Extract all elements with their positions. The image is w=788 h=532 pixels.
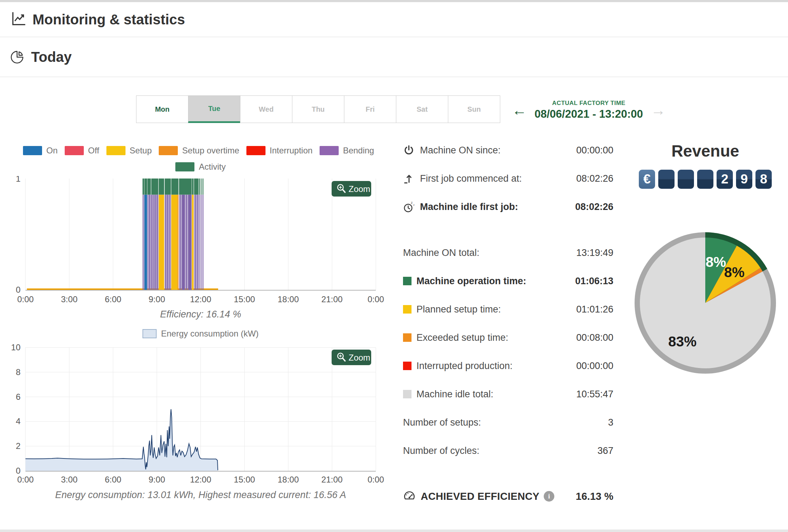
stat-value: 367 bbox=[597, 445, 613, 456]
stat-row-machine-idle-total: Machine idle total:10:55:47 bbox=[403, 387, 613, 402]
stat-row-machine-operation-time: Machine operation time:01:06:13 bbox=[403, 274, 613, 288]
svg-text:1: 1 bbox=[16, 176, 21, 183]
legend-off-chip bbox=[65, 146, 84, 155]
svg-text:0:00: 0:00 bbox=[368, 294, 384, 304]
factory-time-value: 08/06/2021 - 13:20:00 bbox=[535, 108, 643, 121]
stat-label: Machine ON since: bbox=[420, 145, 501, 156]
svg-text:Efficiency: 16.14 %: Efficiency: 16.14 % bbox=[160, 309, 241, 320]
svg-text:6: 6 bbox=[16, 392, 21, 402]
day-tabs: MonTueWedThuFriSatSun bbox=[136, 95, 500, 123]
next-day-arrow[interactable]: → bbox=[651, 103, 666, 118]
energy-area bbox=[25, 409, 218, 471]
svg-text:6:00: 6:00 bbox=[105, 475, 121, 484]
svg-text:21:00: 21:00 bbox=[321, 294, 343, 304]
stat-row-interrupted-production: Interrupted production:00:00:00 bbox=[403, 358, 613, 373]
page-title: Monitoring & statistics bbox=[33, 12, 185, 28]
monitoring-dashboard: Monitoring & statistics Today MonTueWedT… bbox=[0, 0, 788, 532]
legend-off: Off bbox=[65, 146, 99, 156]
svg-text:3:00: 3:00 bbox=[61, 475, 78, 484]
svg-text:0:00: 0:00 bbox=[17, 475, 34, 484]
stat-label: Number of setups: bbox=[403, 417, 481, 428]
stat-color-chip bbox=[403, 277, 411, 285]
stat-row-machine-on-since: Machine ON since:00:00:00 bbox=[403, 143, 613, 158]
svg-text:8%: 8% bbox=[706, 254, 726, 270]
stat-label: Planned setup time: bbox=[416, 304, 501, 315]
svg-text:0:00: 0:00 bbox=[368, 475, 384, 484]
stat-row-machine-on-total: Machine ON total:13:19:49 bbox=[403, 245, 613, 260]
revenue-title: Revenue bbox=[631, 141, 780, 160]
svg-text:Energy consumption: 13.01 kWh,: Energy consumption: 13.01 kWh, Highest m… bbox=[55, 490, 346, 500]
legend-setup-label: Setup bbox=[130, 146, 152, 156]
tab-tue[interactable]: Tue bbox=[188, 95, 240, 123]
stat-color-chip bbox=[403, 305, 411, 314]
revenue-odometer: €298 bbox=[639, 170, 772, 189]
stat-row-exceeded-setup-time: Exceeded setup time:00:08:00 bbox=[403, 330, 613, 345]
today-section-header: Today bbox=[0, 37, 788, 77]
legend-bending: Bending bbox=[320, 146, 374, 156]
activity-legend-row1: OnOffSetupSetup overtimeInterruptionBend… bbox=[23, 146, 374, 156]
svg-text:15:00: 15:00 bbox=[234, 475, 255, 484]
zoom-button[interactable]: Zoom bbox=[332, 350, 371, 365]
factory-time: ← ACTUAL FACTORY TIME 08/06/2021 - 13:20… bbox=[512, 100, 666, 121]
revenue-digit-tile: 9 bbox=[736, 170, 752, 189]
legend-setup-overtime-label: Setup overtime bbox=[182, 146, 239, 156]
legend-on-label: On bbox=[46, 146, 58, 156]
energy-chart: 0:003:006:009:0012:0015:0018:0021:000:00… bbox=[0, 340, 392, 503]
zoom-button[interactable]: Zoom bbox=[332, 181, 371, 197]
tab-wed[interactable]: Wed bbox=[240, 95, 292, 123]
stat-label: First job commenced at: bbox=[420, 173, 522, 184]
time-distribution-pie: 8%8%83% bbox=[631, 228, 780, 378]
factory-time-label: ACTUAL FACTORY TIME bbox=[535, 100, 643, 107]
legend-bending-label: Bending bbox=[343, 146, 374, 156]
stat-row-number-of-setups: Number of setups:3 bbox=[403, 415, 613, 430]
svg-text:Zoom: Zoom bbox=[349, 184, 370, 194]
stat-value: 00:00:00 bbox=[576, 361, 613, 372]
revenue-digit-tile: 2 bbox=[717, 170, 733, 189]
info-icon[interactable]: i bbox=[544, 491, 554, 502]
stat-value: 13:19:49 bbox=[576, 247, 613, 258]
svg-text:2: 2 bbox=[16, 441, 21, 451]
svg-text:0: 0 bbox=[16, 285, 21, 294]
svg-text:15:00: 15:00 bbox=[234, 294, 255, 304]
svg-text:18:00: 18:00 bbox=[278, 294, 299, 304]
stat-value: 00:00:00 bbox=[576, 145, 613, 156]
achieved-efficiency-label: ACHIEVED EFFICIENCY bbox=[421, 491, 539, 502]
svg-text:83%: 83% bbox=[668, 334, 696, 349]
legend-activity: Activity bbox=[175, 162, 226, 172]
tab-thu[interactable]: Thu bbox=[292, 95, 344, 123]
stat-row-number-of-cycles: Number of cycles:367 bbox=[403, 443, 613, 458]
tab-mon[interactable]: Mon bbox=[136, 95, 188, 123]
revenue-digit-tile: 8 bbox=[755, 170, 772, 189]
stat-color-chip bbox=[403, 390, 411, 398]
svg-text:21:00: 21:00 bbox=[321, 475, 343, 484]
stat-label: Number of cycles: bbox=[403, 445, 479, 456]
idleclock-icon: zz bbox=[403, 201, 416, 213]
stat-row-planned-setup-time: Planned setup time:01:01:26 bbox=[403, 302, 613, 317]
energy-legend-chip bbox=[142, 329, 157, 338]
svg-text:0:00: 0:00 bbox=[17, 294, 34, 304]
stat-color-chip bbox=[403, 362, 411, 370]
section-title: Today bbox=[31, 49, 72, 65]
svg-text:0: 0 bbox=[16, 466, 21, 475]
legend-on: On bbox=[23, 146, 58, 156]
svg-text:12:00: 12:00 bbox=[190, 475, 211, 484]
gauge-icon bbox=[403, 489, 416, 503]
svg-text:8: 8 bbox=[16, 367, 21, 377]
achieved-efficiency-row: ACHIEVED EFFICIENCY i 16.13 % bbox=[403, 488, 613, 505]
svg-text:10: 10 bbox=[11, 343, 21, 352]
legend-setup: Setup bbox=[106, 146, 152, 156]
line-chart-icon bbox=[11, 11, 27, 28]
legend-setup-overtime: Setup overtime bbox=[159, 146, 239, 156]
stat-value: 00:08:00 bbox=[576, 332, 613, 343]
activity-top-band bbox=[142, 179, 204, 195]
bottom-strip bbox=[0, 530, 788, 532]
tab-sun[interactable]: Sun bbox=[448, 95, 500, 123]
activity-legend-row2: Activity bbox=[25, 162, 376, 172]
revenue-digit-tile bbox=[658, 170, 675, 189]
legend-interruption-label: Interruption bbox=[270, 146, 313, 156]
legend-activity-chip bbox=[175, 162, 194, 171]
tab-fri[interactable]: Fri bbox=[344, 95, 396, 123]
prev-day-arrow[interactable]: ← bbox=[512, 103, 527, 118]
stat-label: Machine ON total: bbox=[403, 247, 479, 258]
tab-sat[interactable]: Sat bbox=[396, 95, 448, 123]
